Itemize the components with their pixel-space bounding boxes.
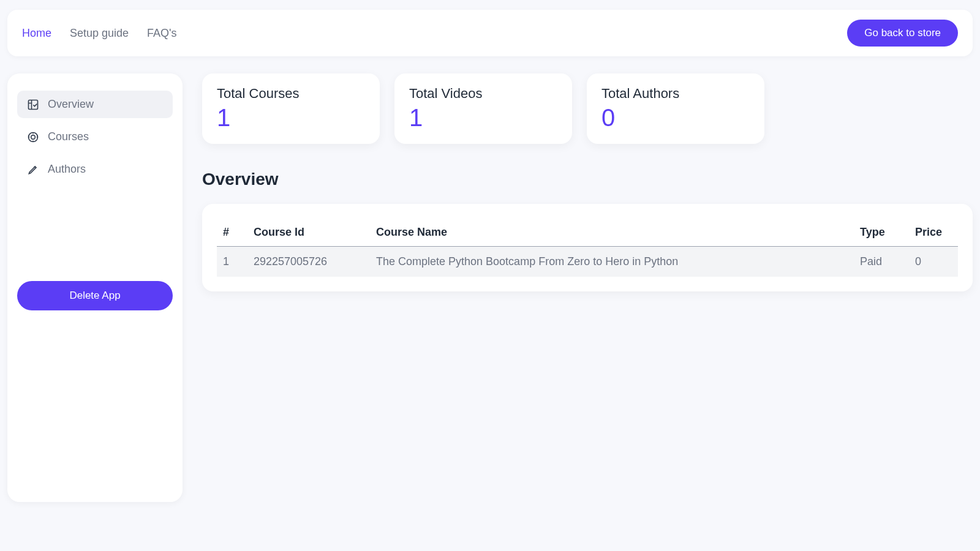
svg-point-1: [29, 132, 38, 141]
section-title-overview: Overview: [202, 170, 973, 189]
stat-total-authors: Total Authors 0: [587, 73, 764, 144]
overview-table-card: # Course Id Course Name Type Price 1 292…: [202, 204, 973, 291]
cell-course-name: The Complete Python Bootcamp From Zero t…: [370, 247, 854, 277]
cell-price: 0: [909, 247, 958, 277]
layout: Overview Courses Authors Delete App Tota…: [7, 73, 973, 502]
stat-total-courses: Total Courses 1: [202, 73, 380, 144]
col-header-course-id: Course Id: [247, 219, 370, 247]
sidebar-item-label: Authors: [48, 163, 86, 176]
stats-row: Total Courses 1 Total Videos 1 Total Aut…: [202, 73, 973, 144]
cell-course-id: 292257005726: [247, 247, 370, 277]
courses-icon: [27, 131, 39, 143]
col-header-index: #: [217, 219, 247, 247]
cell-index: 1: [217, 247, 247, 277]
sidebar-item-label: Overview: [48, 98, 94, 111]
sidebar-item-overview[interactable]: Overview: [17, 91, 173, 118]
go-back-button[interactable]: Go back to store: [847, 20, 958, 47]
stat-label: Total Videos: [409, 86, 557, 102]
authors-icon: [27, 163, 39, 176]
nav-links: Home Setup guide FAQ's: [22, 27, 177, 40]
stat-total-videos: Total Videos 1: [394, 73, 572, 144]
stat-label: Total Courses: [217, 86, 365, 102]
stat-value: 0: [601, 104, 750, 132]
nav-home[interactable]: Home: [22, 27, 51, 40]
col-header-price: Price: [909, 219, 958, 247]
sidebar-item-label: Courses: [48, 130, 89, 143]
col-header-type: Type: [854, 219, 909, 247]
overview-icon: [27, 99, 39, 111]
svg-point-2: [31, 135, 36, 139]
nav-setup-guide[interactable]: Setup guide: [70, 27, 129, 40]
delete-app-button[interactable]: Delete App: [17, 281, 173, 310]
sidebar: Overview Courses Authors Delete App: [7, 73, 183, 502]
table-row: 1 292257005726 The Complete Python Bootc…: [217, 247, 958, 277]
sidebar-item-authors[interactable]: Authors: [17, 156, 173, 183]
sidebar-items: Overview Courses Authors: [17, 91, 173, 183]
nav-faqs[interactable]: FAQ's: [147, 27, 176, 40]
stat-label: Total Authors: [601, 86, 750, 102]
col-header-course-name: Course Name: [370, 219, 854, 247]
cell-type: Paid: [854, 247, 909, 277]
table-header-row: # Course Id Course Name Type Price: [217, 219, 958, 247]
sidebar-item-courses[interactable]: Courses: [17, 123, 173, 151]
stat-value: 1: [409, 104, 557, 132]
overview-table: # Course Id Course Name Type Price 1 292…: [217, 219, 958, 277]
main-content: Total Courses 1 Total Videos 1 Total Aut…: [202, 73, 973, 502]
header: Home Setup guide FAQ's Go back to store: [7, 10, 973, 56]
stat-value: 1: [217, 104, 365, 132]
